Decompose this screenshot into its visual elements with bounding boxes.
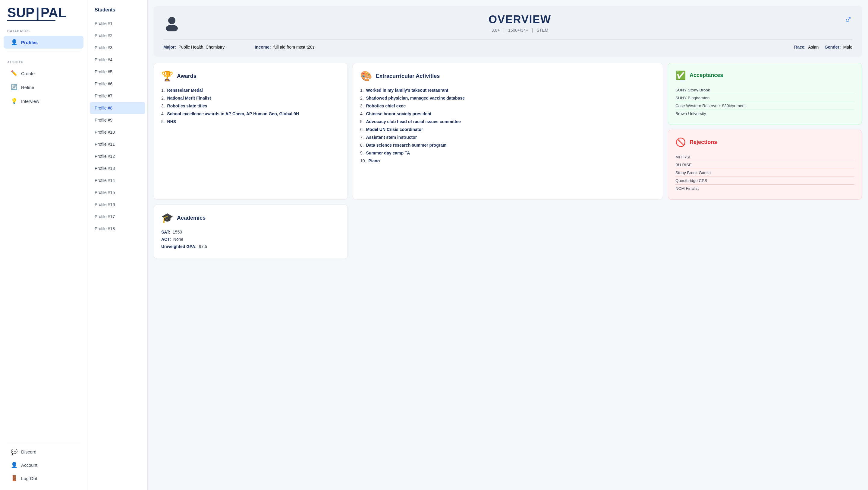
sidebar-item-create[interactable]: ✏️ Create [4, 67, 84, 80]
discord-icon: 💬 [11, 449, 18, 455]
sidebar: SUP | PAL DATABASES 👤 Profiles AI SUITE … [0, 0, 87, 490]
acceptance-item: Case Western Reserve + $30k/yr merit [675, 102, 855, 110]
overview-details: Major: Public Health, Chemistry Income: … [163, 39, 852, 50]
gender-label: Gender: [825, 45, 841, 50]
logo-divider: | [36, 6, 39, 19]
sidebar-item-refine[interactable]: 🔄 Refine [4, 81, 84, 93]
acceptances-header: ✅ Acceptances [675, 70, 855, 80]
sidebar-bottom: 💬 Discord 👤 Account 🚪 Log Out [0, 440, 87, 490]
gender-symbol: ♂ [844, 13, 852, 26]
account-label: Account [21, 463, 37, 468]
profile-list-item[interactable]: Profile #17 [87, 211, 147, 223]
profile-list-item[interactable]: Profile #6 [87, 78, 147, 90]
refine-label: Refine [21, 85, 34, 90]
overview-stats: 3.8+ | 1500+/34+ | STEM [187, 28, 852, 33]
awards-list: 1. Rensselaer Medal2. National Merit Fin… [161, 88, 340, 124]
ai-suite-label: AI SUITE [0, 54, 87, 66]
logo-pal: PAL [41, 6, 66, 19]
svg-point-1 [166, 25, 178, 31]
cards-grid: 🏆 Awards 1. Rensselaer Medal2. National … [154, 63, 862, 200]
profile-list-item[interactable]: Profile #8 [90, 102, 145, 114]
logo-underline [7, 20, 56, 21]
overview-left-details: Major: Public Health, Chemistry Income: … [163, 45, 334, 50]
rejections-header: 🚫 Rejections [675, 137, 855, 147]
awards-card: 🏆 Awards 1. Rensselaer Medal2. National … [154, 63, 348, 200]
extracurriculars-card: 🎨 Extracurricular Activities 1. Worked i… [352, 63, 663, 200]
acceptances-list: SUNY Stony BrookSUNY BinghamtonCase West… [675, 86, 855, 117]
profile-list-item[interactable]: Profile #1 [87, 18, 147, 30]
extracurricular-item: 10. Piano [360, 158, 655, 163]
profile-list-item[interactable]: Profile #11 [87, 138, 147, 150]
profile-list-item[interactable]: Profile #12 [87, 150, 147, 162]
logout-label: Log Out [21, 476, 37, 481]
profile-list-item[interactable]: Profile #9 [87, 114, 147, 126]
extracurriculars-icon: 🎨 [360, 70, 372, 82]
academics-card: 🎓 Academics SAT: 1550 ACT: None Unweight… [154, 205, 348, 259]
profile-list-item[interactable]: Profile #16 [87, 199, 147, 211]
profile-list: Students Profile #1Profile #2Profile #3P… [87, 0, 148, 490]
profile-list-item[interactable]: Profile #14 [87, 174, 147, 186]
profile-list-item[interactable]: Profile #5 [87, 66, 147, 78]
sidebar-item-logout[interactable]: 🚪 Log Out [4, 472, 84, 485]
income-field: Income: full aid from most t20s [255, 45, 324, 50]
extracurricular-item: 3. Robotics chief exec [360, 104, 655, 108]
rejection-item: Stony Brook Garcia [675, 169, 855, 177]
awards-header: 🏆 Awards [161, 70, 340, 82]
academics-act: ACT: None [161, 237, 340, 242]
award-item: 4. School excellence awards in AP Chem, … [161, 111, 340, 116]
profile-list-item[interactable]: Profile #7 [87, 90, 147, 102]
overview-title: OVERVIEW [187, 13, 852, 26]
create-icon: ✏️ [11, 70, 18, 77]
academics-sat: SAT: 1550 [161, 230, 340, 234]
refine-icon: 🔄 [11, 84, 18, 90]
accept-icon: ✅ [675, 70, 686, 80]
profile-list-item[interactable]: Profile #13 [87, 162, 147, 174]
create-label: Create [21, 71, 35, 76]
income-value: full aid from most t20s [273, 45, 315, 50]
account-icon: 👤 [11, 462, 18, 468]
sidebar-item-profiles[interactable]: 👤 Profiles [4, 36, 84, 49]
sidebar-item-interview[interactable]: 💡 Interview [4, 95, 84, 108]
sidebar-item-account[interactable]: 👤 Account [4, 459, 84, 471]
profile-list-item[interactable]: Profile #2 [87, 30, 147, 41]
major-value: Public Health, Chemistry [179, 45, 224, 50]
academics-title: Academics [177, 215, 206, 221]
acceptance-item: SUNY Binghamton [675, 94, 855, 102]
interview-label: Interview [21, 99, 39, 104]
stat-gpa: 3.8+ [492, 28, 500, 33]
rejection-item: MIT RSI [675, 153, 855, 161]
extracurriculars-list: 1. Worked in my family's takeout restaur… [360, 88, 655, 163]
award-item: 3. Robotics state titles [161, 104, 340, 108]
rejections-list: MIT RSIBU RISEStony Brook GarciaQuestbri… [675, 153, 855, 192]
award-item: 2. National Merit Finalist [161, 96, 340, 100]
sidebar-profiles-label: Profiles [21, 40, 38, 45]
academics-icon: 🎓 [161, 212, 173, 224]
placeholder-right [668, 205, 862, 259]
logout-icon: 🚪 [11, 475, 18, 482]
sidebar-item-discord[interactable]: 💬 Discord [4, 445, 84, 458]
profile-list-item[interactable]: Profile #15 [87, 186, 147, 199]
extracurricular-item: 6. Model UN Crisis coordinator [360, 127, 655, 132]
profile-list-item[interactable]: Profile #18 [87, 223, 147, 235]
gender-value: Male [843, 45, 852, 50]
overview-card: OVERVIEW 3.8+ | 1500+/34+ | STEM ♂ Major… [154, 6, 862, 57]
reject-icon: 🚫 [675, 137, 686, 147]
logo-area: SUP | PAL [0, 0, 87, 23]
rejections-card: 🚫 Rejections MIT RSIBU RISEStony Brook G… [668, 130, 862, 200]
rejections-title: Rejections [689, 139, 717, 145]
databases-label: DATABASES [0, 23, 87, 35]
logo-sup: SUP [7, 6, 34, 19]
award-item: 1. Rensselaer Medal [161, 88, 340, 93]
rejection-item: NCM Finalist [675, 185, 855, 192]
acceptances-title: Acceptances [689, 72, 723, 79]
rejection-item: Questbridge CPS [675, 177, 855, 185]
race-label: Race: [794, 45, 806, 50]
rejection-item: BU RISE [675, 161, 855, 169]
extracurricular-item: 5. Advocacy club head of racial issues c… [360, 119, 655, 124]
interview-icon: 💡 [11, 98, 18, 105]
profile-list-item[interactable]: Profile #10 [87, 126, 147, 138]
svg-point-0 [168, 17, 176, 24]
profile-list-item[interactable]: Profile #4 [87, 54, 147, 66]
profile-list-item[interactable]: Profile #3 [87, 41, 147, 54]
second-row: 🎓 Academics SAT: 1550 ACT: None Unweight… [154, 205, 862, 259]
